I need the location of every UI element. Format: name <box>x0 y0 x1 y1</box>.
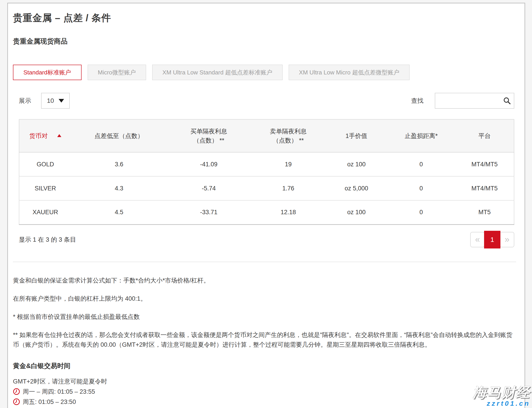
search-label: 查找 <box>411 97 423 105</box>
cell-symbol: SILVER <box>19 176 71 200</box>
entries-info: 显示 1 在 3 的 3 条目 <box>19 236 76 244</box>
cell-lot-value: oz 5,000 <box>326 176 387 200</box>
page-title: 贵重金属 – 点差 / 条件 <box>13 12 514 24</box>
sort-ascending-icon <box>57 134 61 137</box>
stop-level-footnote: * 根据当前市价设置挂单的最低止损盈最低点数 <box>13 312 514 322</box>
chevron-down-icon <box>59 99 64 102</box>
clock-icon <box>13 398 20 405</box>
table-row-silver: SILVER 4.3 -5.74 1.76 oz 5,000 0 MT4/MT5 <box>19 176 514 200</box>
column-header-swap-long[interactable]: 买单隔夜利息 （点数） ** <box>167 119 251 152</box>
cell-swap-short: 12.18 <box>251 200 326 224</box>
table-row-xaueur: XAUEUR 4.5 -33.71 12.18 oz 100 0 MT5 <box>19 200 514 224</box>
column-header-platform[interactable]: 平台 <box>455 119 514 152</box>
cell-swap-long: -41.09 <box>167 152 251 176</box>
column-header-lot-value[interactable]: 1手价值 <box>326 119 387 152</box>
trading-hours-friday: 周五: 01:05 – 23:50 <box>13 398 514 406</box>
page-size-value: 10 <box>47 97 54 104</box>
cell-swap-short: 1.76 <box>251 176 326 200</box>
section-divider <box>13 262 516 262</box>
page-size-select[interactable]: 10 <box>41 93 70 109</box>
tab-ultra-low-micro-account[interactable]: XM Ultra Low Micro 超低点差微型账户 <box>289 65 409 80</box>
cell-symbol: XAUEUR <box>19 200 71 224</box>
page-size-label: 展示 <box>19 97 31 105</box>
column-header-limit-stop-level[interactable]: 止盈损距离* <box>387 119 455 152</box>
search-input[interactable] <box>435 93 514 109</box>
cell-swap-short: 19 <box>251 152 326 176</box>
clock-icon <box>13 388 20 395</box>
cell-platform: MT4/MT5 <box>455 152 514 176</box>
tab-ultra-low-standard-account[interactable]: XM Ultra Low Standard 超低点差标准账户 <box>152 65 283 80</box>
trading-hours-weekdays-label: 周一 – 周四: 01:05 – 23:55 <box>23 388 95 396</box>
tab-micro-account[interactable]: Micro微型账户 <box>88 65 146 80</box>
pagination-next-button[interactable]: » <box>500 232 514 247</box>
cell-limit-stop: 0 <box>387 152 455 176</box>
pagination-page-1-button[interactable]: 1 <box>484 231 500 248</box>
cell-lot-value: oz 100 <box>326 200 387 224</box>
cell-lot-value: oz 100 <box>326 152 387 176</box>
cell-limit-stop: 0 <box>387 176 455 200</box>
content-card: 贵重金属 – 点差 / 条件 贵重金属现货商品 Standard标准账户 Mic… <box>7 3 525 408</box>
trading-hours-friday-label: 周五: 01:05 – 23:50 <box>23 398 76 406</box>
silver-leverage-note: 在所有账户类型中，白银的杠杆上限均为 400:1。 <box>13 294 514 304</box>
margin-formula-note: 黄金和白银的保证金需求计算公式如下：手数*合约大小*市场价格/杠杆。 <box>13 276 514 285</box>
column-header-spread[interactable]: 点差低至（点数） <box>71 119 167 152</box>
pagination: « 1 » <box>470 231 514 248</box>
table-row-gold: GOLD 3.6 -41.09 19 oz 100 0 MT4/MT5 <box>19 152 514 176</box>
cell-swap-long: -5.74 <box>167 176 251 200</box>
timezone-note: GMT+2时区，请注意可能是夏令时 <box>13 377 514 385</box>
instruments-table-wrap: 货币对 点差低至（点数） 买单隔夜利息 （点数） ** 卖单隔夜利息 （点数） … <box>19 119 514 225</box>
table-footer: 显示 1 在 3 的 3 条目 « 1 » <box>19 231 514 248</box>
table-header-row: 货币对 点差低至（点数） 买单隔夜利息 （点数） ** 卖单隔夜利息 （点数） … <box>19 119 514 152</box>
page-subtitle: 贵重金属现货商品 <box>13 37 514 46</box>
trading-hours-heading: 黄金&白银交易时间 <box>13 361 514 371</box>
notes-section: 黄金和白银的保证金需求计算公式如下：手数*合约大小*市场价格/杠杆。 在所有账户… <box>13 276 514 350</box>
account-type-tabs: Standard标准账户 Micro微型账户 XM Ultra Low Stan… <box>13 65 514 80</box>
tab-standard-account[interactable]: Standard标准账户 <box>13 65 81 80</box>
column-header-symbol-label: 货币对 <box>29 133 48 139</box>
cell-limit-stop: 0 <box>387 200 455 224</box>
pagination-prev-button[interactable]: « <box>470 232 485 247</box>
search-icon <box>503 97 511 105</box>
cell-platform: MT5 <box>455 200 514 224</box>
table-controls: 展示 10 查找 <box>19 93 514 109</box>
cell-spread: 3.6 <box>71 152 167 176</box>
swap-footnote: ** 如果您有仓位持仓过夜的话，那么您会支付或者获取一些金额，该金额便是两个货币… <box>13 330 514 350</box>
column-header-swap-short[interactable]: 卖单隔夜利息 （点数） ** <box>251 119 326 152</box>
cell-swap-long: -33.71 <box>167 200 251 224</box>
cell-symbol: GOLD <box>19 152 71 176</box>
cell-spread: 4.3 <box>71 176 167 200</box>
column-header-symbol[interactable]: 货币对 <box>19 119 71 152</box>
cell-platform: MT4/MT5 <box>455 176 514 200</box>
instruments-table: 货币对 点差低至（点数） 买单隔夜利息 （点数） ** 卖单隔夜利息 （点数） … <box>19 119 514 225</box>
trading-hours-weekdays: 周一 – 周四: 01:05 – 23:55 <box>13 388 514 396</box>
cell-spread: 4.5 <box>71 200 167 224</box>
